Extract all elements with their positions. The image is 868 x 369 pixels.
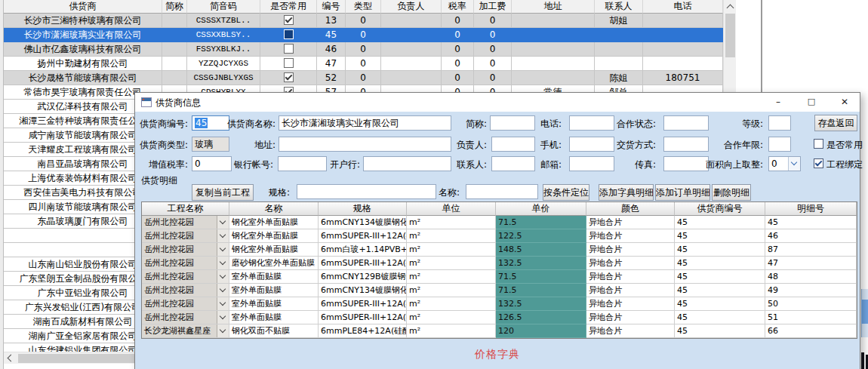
scroll-left-button[interactable] bbox=[4, 352, 16, 364]
detail-row[interactable]: 岳州北控花园钢化室外单面贴膜6mmCNY134镀膜钢化m²71.5异地合片454… bbox=[142, 216, 857, 229]
cell[interactable]: 0 bbox=[442, 57, 474, 71]
detail-row[interactable]: 岳州北控花园室外单面贴膜6mmCNY134镀膜钢化m²71.5异地合片4549 bbox=[142, 284, 857, 297]
detail-column-header[interactable]: 颜色 bbox=[586, 202, 675, 216]
project-combo-drop-button[interactable] bbox=[217, 216, 229, 229]
project-combo-drop-button[interactable] bbox=[217, 270, 229, 283]
name-filter-input[interactable] bbox=[466, 184, 538, 199]
cell[interactable] bbox=[260, 57, 317, 71]
cell[interactable] bbox=[512, 71, 595, 85]
cell[interactable]: 45 bbox=[675, 216, 765, 229]
cell[interactable]: m² bbox=[407, 324, 496, 338]
column-header[interactable]: 是否常用 bbox=[260, 0, 317, 14]
cell[interactable]: 岳州北控花园 bbox=[142, 243, 229, 257]
cell[interactable] bbox=[162, 57, 187, 71]
cell[interactable] bbox=[381, 42, 442, 57]
table-row[interactable]: 佛山市亿鑫玻璃科技有限公司FSSYXBLKJ..46000 bbox=[4, 42, 723, 57]
fax-input[interactable] bbox=[663, 156, 709, 171]
cell[interactable]: m² bbox=[407, 284, 496, 297]
save-return-button[interactable]: 存盘返回 bbox=[814, 115, 857, 131]
checkbox-common[interactable] bbox=[284, 44, 294, 54]
project-combo-drop-button[interactable] bbox=[217, 324, 229, 337]
cell-price[interactable]: 126.5 bbox=[496, 311, 586, 324]
project-combo-drop-button[interactable] bbox=[217, 284, 229, 297]
cell[interactable]: 佛山市亿鑫玻璃科技有限公司 bbox=[4, 42, 162, 57]
cell[interactable]: 6mmCNY134镀膜钢化 bbox=[319, 216, 407, 229]
cell[interactable]: 扬州中勤建材有限公司 bbox=[4, 57, 162, 71]
cell-price[interactable]: 148.5 bbox=[496, 243, 586, 257]
cell[interactable]: 室外单面贴膜 bbox=[229, 311, 319, 324]
cell[interactable] bbox=[643, 28, 723, 42]
cell[interactable]: 0 bbox=[474, 57, 512, 71]
column-header[interactable]: 电话 bbox=[643, 0, 723, 14]
cell[interactable] bbox=[260, 14, 317, 28]
cell-price[interactable]: 71.5 bbox=[496, 270, 586, 284]
cell[interactable]: 0 bbox=[346, 42, 381, 57]
cell[interactable]: 180751 bbox=[643, 71, 723, 85]
cell[interactable]: 45 bbox=[675, 270, 765, 284]
cell-price[interactable]: 132.5 bbox=[496, 257, 586, 270]
cell-price[interactable]: 71.5 bbox=[496, 216, 586, 229]
column-header[interactable]: 地址 bbox=[512, 0, 595, 14]
combo-drop-button[interactable] bbox=[788, 157, 800, 171]
vertical-scroll-thumb[interactable] bbox=[725, 14, 735, 57]
cell[interactable]: 0 bbox=[442, 42, 474, 57]
cell[interactable]: 异地合片 bbox=[586, 243, 675, 257]
column-header[interactable]: 类型 bbox=[346, 0, 381, 14]
project-bind-checkbox[interactable] bbox=[814, 158, 823, 168]
cell[interactable]: 45 bbox=[675, 311, 765, 324]
cell[interactable]: 45 bbox=[317, 28, 346, 42]
cell-price[interactable]: 71.5 bbox=[496, 284, 586, 297]
cell[interactable] bbox=[381, 71, 442, 85]
cell[interactable]: m² bbox=[407, 243, 496, 257]
cell[interactable]: 岳州北控花园 bbox=[142, 270, 229, 284]
cell[interactable]: 岳州北控花园 bbox=[142, 311, 229, 324]
cell[interactable]: 52 bbox=[317, 71, 346, 85]
cell[interactable] bbox=[512, 57, 595, 71]
column-header[interactable]: 简音码 bbox=[187, 0, 260, 14]
column-header[interactable]: 联系人 bbox=[595, 0, 643, 14]
cell[interactable] bbox=[595, 57, 643, 71]
project-combo-drop-button[interactable] bbox=[217, 243, 229, 256]
cell[interactable]: 异地合片 bbox=[586, 229, 675, 243]
column-header[interactable]: 编号 bbox=[317, 0, 346, 14]
cell[interactable]: 6mmSUPER-III+12A(硅... bbox=[319, 311, 407, 324]
dialog-titlebar[interactable]: 供货商信息 – □ ✕ bbox=[135, 93, 860, 112]
copy-current-project-button[interactable]: 复制当前工程 bbox=[192, 184, 254, 201]
cell-price[interactable]: 132.5 bbox=[496, 297, 586, 311]
is-common-checkbox[interactable] bbox=[814, 139, 823, 149]
cell[interactable]: 长沙市潇湘玻璃实业有限公司 bbox=[4, 28, 162, 42]
supplier-no-input[interactable]: 45 bbox=[192, 115, 229, 131]
grade-input[interactable] bbox=[768, 115, 791, 131]
cell[interactable]: 岳州北控花园 bbox=[142, 257, 229, 270]
manager-input[interactable] bbox=[491, 137, 535, 152]
cell[interactable] bbox=[595, 28, 643, 42]
cell[interactable]: 51 bbox=[765, 311, 857, 324]
cell[interactable] bbox=[162, 28, 187, 42]
cell[interactable]: 岳州北控花园 bbox=[142, 297, 229, 311]
cell[interactable] bbox=[643, 42, 723, 57]
detail-row[interactable]: 岳州北控花园室外单面贴膜6mmSUPER-III+12A(硅...m²132.5… bbox=[142, 297, 857, 311]
table-row[interactable]: 扬州中勤建材有限公司YZZQJCYXGS47000 bbox=[4, 57, 723, 71]
cell[interactable]: 0 bbox=[474, 71, 512, 85]
cell[interactable]: CSSSXTZBL.. bbox=[187, 14, 260, 28]
delivery-input[interactable] bbox=[663, 137, 709, 152]
cell[interactable]: 0 bbox=[442, 14, 474, 28]
maximize-button[interactable]: □ bbox=[795, 93, 828, 111]
cell-price[interactable]: 120 bbox=[496, 324, 586, 338]
detail-column-header[interactable]: 单位 bbox=[407, 202, 496, 216]
cell[interactable]: m² bbox=[407, 216, 496, 229]
cell[interactable]: 室外单面贴膜 bbox=[229, 297, 319, 311]
project-combo-drop-button[interactable] bbox=[217, 229, 229, 242]
cell[interactable]: m² bbox=[407, 311, 496, 324]
cell[interactable]: m² bbox=[407, 270, 496, 284]
cell[interactable]: 45 bbox=[675, 297, 765, 311]
cell[interactable]: 46 bbox=[317, 42, 346, 57]
vat-rate-input[interactable]: 0 bbox=[192, 156, 232, 171]
cell[interactable]: 室外单面贴膜 bbox=[229, 284, 319, 297]
cell[interactable]: 异地合片 bbox=[586, 216, 675, 229]
cell[interactable]: 0 bbox=[346, 28, 381, 42]
checkbox-common[interactable] bbox=[284, 58, 294, 68]
detail-column-header[interactable]: 工程名称 bbox=[142, 202, 229, 216]
project-combo-drop-button[interactable] bbox=[217, 257, 229, 269]
cell[interactable]: 钢化室外单面贴膜 bbox=[229, 229, 319, 243]
